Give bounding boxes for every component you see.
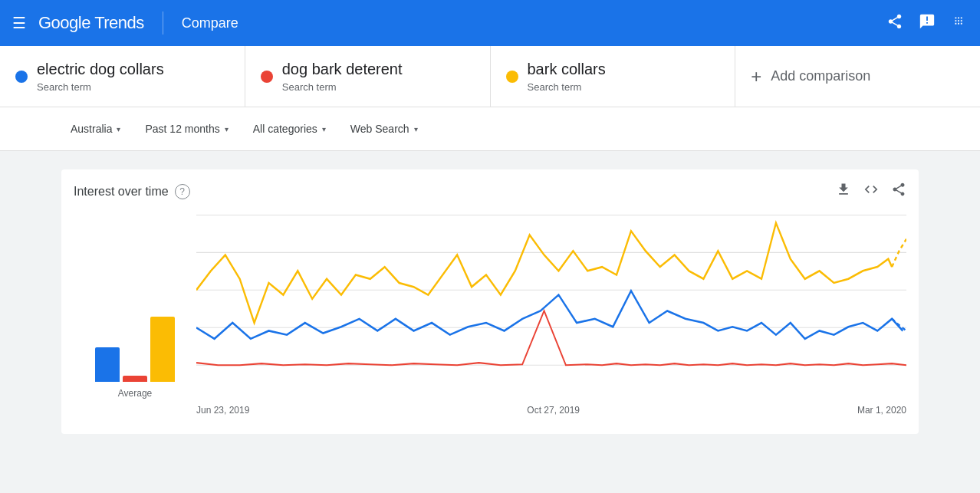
help-icon[interactable]: ? xyxy=(175,184,190,199)
chart-left-panel: Average xyxy=(74,207,196,422)
time-arrow: ▾ xyxy=(225,125,229,133)
menu-icon[interactable]: ☰ xyxy=(12,14,26,32)
avg-bar-blue xyxy=(95,347,120,382)
term2-name: dog bark deterent xyxy=(282,61,403,78)
interest-over-time-section: Interest over time ? xyxy=(61,169,919,434)
chart-main-area: 100 75 50 25 Jun xyxy=(196,207,906,422)
chart-actions xyxy=(836,182,906,201)
app-logo: Google Trends xyxy=(38,13,144,33)
term2-type: Search term xyxy=(282,81,403,93)
average-label: Average xyxy=(118,388,152,399)
term1-dot xyxy=(15,71,28,83)
add-plus-icon: + xyxy=(751,66,761,87)
chart-x-labels: Jun 23, 2019 Oct 27, 2019 Mar 1, 2020 xyxy=(196,402,906,416)
categories-label: All categories xyxy=(253,123,317,135)
add-comparison-label: Add comparison xyxy=(771,68,870,84)
feedback-icon[interactable] xyxy=(919,13,936,34)
term1-name: electric dog collars xyxy=(37,61,164,78)
search-type-filter[interactable]: Web Search ▾ xyxy=(341,117,427,141)
apps-icon[interactable] xyxy=(951,13,968,34)
term3-info: bark collars Search term xyxy=(528,61,606,93)
header-divider xyxy=(163,12,163,35)
compare-label: Compare xyxy=(182,15,238,31)
categories-arrow: ▾ xyxy=(322,125,326,133)
region-arrow: ▾ xyxy=(117,125,120,133)
term3-type: Search term xyxy=(528,81,606,93)
embed-icon[interactable] xyxy=(863,182,879,201)
term1-type: Search term xyxy=(37,81,164,93)
line-blue-dotted xyxy=(892,319,906,331)
x-label-3: Mar 1, 2020 xyxy=(857,405,906,416)
line-red xyxy=(196,311,906,365)
chart-header: Interest over time ? xyxy=(74,182,906,201)
search-type-label: Web Search xyxy=(350,123,409,135)
download-icon[interactable] xyxy=(836,182,851,201)
x-label-2: Oct 27, 2019 xyxy=(527,405,580,416)
filters-bar: Australia ▾ Past 12 months ▾ All categor… xyxy=(0,107,980,151)
chart-title-area: Interest over time ? xyxy=(74,184,190,199)
chart-svg: 100 75 50 25 xyxy=(196,207,906,399)
share-icon[interactable] xyxy=(886,13,903,34)
categories-filter[interactable]: All categories ▾ xyxy=(244,117,335,141)
main-content: Interest over time ? xyxy=(0,151,980,446)
avg-bar-yellow xyxy=(150,317,175,382)
x-label-1: Jun 23, 2019 xyxy=(196,405,249,416)
line-blue xyxy=(196,291,903,339)
search-term-3: bark collars Search term xyxy=(491,46,736,107)
time-label: Past 12 months xyxy=(145,123,219,135)
search-term-2: dog bark deterent Search term xyxy=(245,46,491,107)
search-type-arrow: ▾ xyxy=(414,125,418,133)
add-comparison-btn[interactable]: + Add comparison xyxy=(735,46,980,107)
term3-name: bark collars xyxy=(528,61,606,78)
region-label: Australia xyxy=(71,123,112,135)
chart-title: Interest over time xyxy=(74,185,169,199)
avg-bar-red xyxy=(123,376,147,382)
search-term-1: electric dog collars Search term xyxy=(0,46,245,107)
region-filter[interactable]: Australia ▾ xyxy=(61,117,130,141)
time-filter[interactable]: Past 12 months ▾ xyxy=(136,117,237,141)
term2-dot xyxy=(261,71,273,83)
term3-dot xyxy=(506,71,518,83)
share-chart-icon[interactable] xyxy=(891,182,906,201)
header-actions xyxy=(886,13,968,34)
term1-info: electric dog collars Search term xyxy=(37,61,164,93)
average-bars xyxy=(95,305,175,382)
app-header: ☰ Google Trends Compare xyxy=(0,0,980,46)
chart-container: Average 100 75 50 25 xyxy=(74,207,906,422)
search-terms-bar: electric dog collars Search term dog bar… xyxy=(0,46,980,107)
term2-info: dog bark deterent Search term xyxy=(282,61,403,93)
